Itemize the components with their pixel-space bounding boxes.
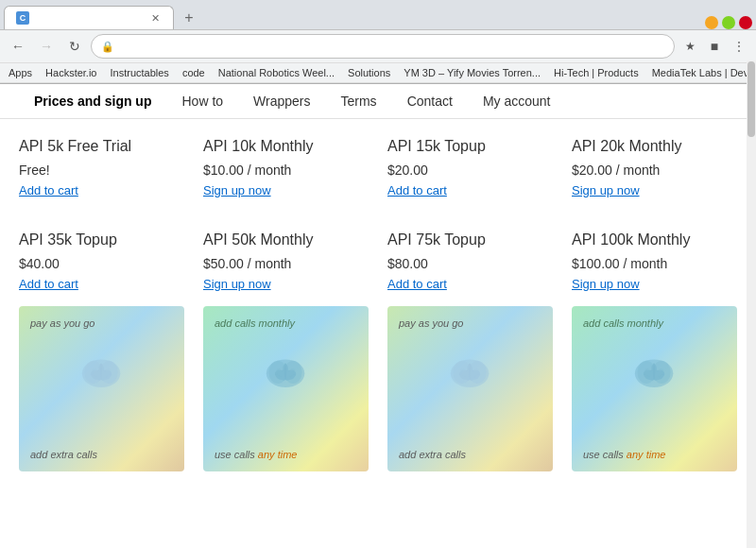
product-image-bottom-right: any time bbox=[258, 449, 298, 460]
brain-icon bbox=[30, 354, 173, 424]
product-name: API 15k Topup bbox=[387, 138, 553, 155]
product-image-bottom-label: use calls any time bbox=[583, 449, 665, 460]
close-button[interactable] bbox=[739, 16, 752, 29]
product-card: API 5k Free TrialFree!Add to cart bbox=[19, 138, 184, 213]
product-image-top-label: add calls monthly bbox=[215, 317, 295, 329]
product-card: API 20k Monthly$20.00 / monthSign up now bbox=[572, 138, 737, 213]
tab-favicon: C bbox=[16, 11, 29, 25]
site-nav-item[interactable]: How to bbox=[166, 84, 238, 118]
product-card: API 100k Monthly$100.00 / monthSign up n… bbox=[572, 231, 737, 471]
bookmark-item[interactable]: Hi-Tech | Products bbox=[551, 66, 642, 79]
product-price: $40.00 bbox=[19, 256, 184, 271]
product-image: add calls monthly use calls any time bbox=[203, 306, 369, 471]
active-tab[interactable]: C ✕ bbox=[4, 6, 174, 29]
bookmark-item[interactable]: YM 3D – Yify Movies Torren... bbox=[401, 66, 543, 79]
product-price: Free! bbox=[19, 163, 184, 178]
product-action[interactable]: Sign up now bbox=[203, 277, 369, 291]
product-image-bottom-row: add extra calls bbox=[399, 449, 541, 460]
product-price: $20.00 / month bbox=[572, 163, 737, 178]
product-image-bottom-row: add extra calls bbox=[30, 449, 173, 460]
product-image-top-label: pay as you go bbox=[399, 317, 464, 329]
lock-icon: 🔒 bbox=[101, 41, 114, 53]
bookmark-item[interactable]: Hackster.io bbox=[43, 66, 99, 79]
scrollbar-thumb[interactable] bbox=[747, 61, 755, 137]
products-section: API 5k Free TrialFree!Add to cartAPI 10k… bbox=[0, 119, 756, 490]
site-nav: Prices and sign upHow toWrappersTermsCon… bbox=[0, 84, 756, 119]
nav-bar: ← → ↻ 🔒 ★ ■ ⋮ bbox=[0, 29, 756, 62]
product-image-bottom-right: any time bbox=[627, 449, 666, 460]
product-action[interactable]: Sign up now bbox=[203, 183, 369, 197]
product-card: API 75k Topup$80.00Add to cartpay as you… bbox=[387, 231, 553, 471]
product-image: pay as you go add extra calls bbox=[387, 306, 553, 471]
product-image-top-label: add calls monthly bbox=[583, 317, 663, 329]
forward-button[interactable]: → bbox=[34, 34, 59, 59]
site-nav-item[interactable]: Contact bbox=[392, 84, 468, 118]
site-nav-item[interactable]: Wrappers bbox=[238, 84, 325, 118]
product-image-bottom-label: use calls any time bbox=[215, 449, 297, 460]
product-name: API 100k Monthly bbox=[572, 231, 737, 248]
address-bar[interactable]: 🔒 bbox=[91, 34, 675, 59]
product-action[interactable]: Add to cart bbox=[387, 277, 553, 291]
bookmark-item[interactable]: code bbox=[180, 66, 208, 79]
product-price: $20.00 bbox=[387, 163, 553, 178]
bookmark-item[interactable]: National Robotics Weel... bbox=[215, 66, 337, 79]
nav-icons: ★ ■ ⋮ bbox=[679, 35, 750, 58]
new-tab-button[interactable]: + bbox=[178, 7, 200, 29]
bookmark-star-button[interactable]: ★ bbox=[679, 35, 701, 58]
product-price: $10.00 / month bbox=[203, 163, 369, 178]
product-image: pay as you go add extra calls bbox=[19, 306, 184, 471]
site-nav-item[interactable]: My account bbox=[468, 84, 566, 118]
site-nav-item[interactable]: Prices and sign up bbox=[19, 84, 166, 118]
product-action[interactable]: Add to cart bbox=[19, 277, 184, 291]
product-price: $100.00 / month bbox=[572, 256, 737, 271]
back-button[interactable]: ← bbox=[6, 34, 30, 59]
page-content: Prices and sign upHow toWrappersTermsCon… bbox=[0, 84, 756, 519]
maximize-button[interactable] bbox=[722, 16, 735, 29]
product-name: API 5k Free Trial bbox=[19, 138, 184, 155]
brain-icon bbox=[583, 354, 726, 424]
menu-button[interactable]: ⋮ bbox=[728, 35, 750, 58]
brain-icon bbox=[215, 354, 357, 424]
bookmark-item[interactable]: MediaTek Labs | Dev To... bbox=[649, 66, 756, 79]
product-card: API 35k Topup$40.00Add to cartpay as you… bbox=[19, 231, 184, 471]
product-image-bottom-row: use calls any time bbox=[215, 449, 357, 460]
product-action[interactable]: Add to cart bbox=[387, 183, 553, 197]
product-image-bottom-row: use calls any time bbox=[583, 449, 726, 460]
product-card: API 15k Topup$20.00Add to cart bbox=[387, 138, 553, 213]
products-grid: API 5k Free TrialFree!Add to cartAPI 10k… bbox=[19, 138, 737, 471]
product-card: API 10k Monthly$10.00 / monthSign up now bbox=[203, 138, 369, 213]
site-nav-item[interactable]: Terms bbox=[326, 84, 392, 118]
product-name: API 10k Monthly bbox=[203, 138, 369, 155]
bookmark-item[interactable]: Solutions bbox=[345, 66, 393, 79]
product-price: $80.00 bbox=[387, 256, 553, 271]
product-action[interactable]: Sign up now bbox=[572, 277, 737, 291]
product-action[interactable]: Add to cart bbox=[19, 183, 184, 197]
product-name: API 20k Monthly bbox=[572, 138, 737, 155]
product-price: $50.00 / month bbox=[203, 256, 369, 271]
product-card: API 50k Monthly$50.00 / monthSign up now… bbox=[203, 231, 369, 471]
product-image-bottom-label: add extra calls bbox=[399, 449, 466, 460]
product-image: add calls monthly use calls any time bbox=[572, 306, 737, 471]
product-name: API 50k Monthly bbox=[203, 231, 369, 248]
tab-bar: C ✕ + bbox=[0, 0, 756, 29]
bookmark-item[interactable]: Instructables bbox=[108, 66, 172, 79]
extensions-button[interactable]: ■ bbox=[703, 35, 726, 58]
product-action[interactable]: Sign up now bbox=[572, 183, 737, 197]
reload-button[interactable]: ↻ bbox=[62, 34, 87, 59]
product-name: API 75k Topup bbox=[387, 231, 553, 248]
product-name: API 35k Topup bbox=[19, 231, 184, 248]
product-image-top-label: pay as you go bbox=[30, 317, 95, 329]
tab-close-icon[interactable]: ✕ bbox=[148, 11, 162, 25]
minimize-button[interactable] bbox=[705, 16, 718, 29]
brain-icon bbox=[399, 354, 541, 424]
product-image-bottom-label: add extra calls bbox=[30, 449, 97, 460]
bookmarks-bar: AppsHackster.ioInstructablescodeNational… bbox=[0, 62, 756, 83]
bookmark-item[interactable]: Apps bbox=[6, 66, 35, 79]
browser-chrome: C ✕ + ← → ↻ 🔒 ★ ■ ⋮ AppsHackster.ioInstr… bbox=[0, 0, 756, 84]
scrollbar[interactable] bbox=[747, 60, 756, 519]
